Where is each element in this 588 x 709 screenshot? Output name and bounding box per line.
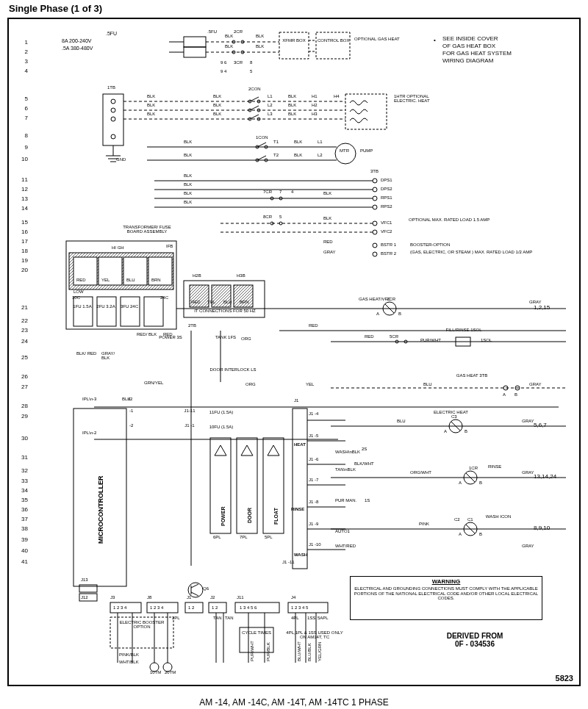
j1-10: J1 -10	[309, 542, 321, 547]
yelgrn-v: YEL/GRN	[318, 642, 322, 661]
control-note: OPTIONAL GAS HEAT	[354, 37, 398, 41]
bstr1note: BOOSTER-OPTION	[410, 242, 450, 247]
blk-11: BLK	[184, 173, 192, 178]
A-30: A	[444, 429, 447, 433]
blkwht-33: BLK/WHT	[354, 461, 374, 466]
B-27: B	[514, 392, 517, 397]
dps2: DPS2	[381, 187, 392, 191]
door-lab: DOOR	[247, 508, 252, 523]
blu-27: BLU	[423, 382, 432, 386]
it-brn: BRN	[240, 300, 249, 304]
purman: PUR MAN.	[335, 498, 362, 503]
j8p: 1 2 3 4	[150, 605, 163, 610]
caption: AM -14, AM -14C, AM -14T, AM -14TC 1 PHA…	[0, 697, 588, 708]
washblk: WASH\nBLK	[335, 450, 362, 454]
iofu: 10FU (1.5A)	[203, 425, 240, 429]
c3-30: C3	[451, 414, 457, 419]
j4: J4	[291, 595, 295, 600]
svg-rect-14	[103, 94, 123, 145]
mtr-label: MTR	[340, 148, 349, 153]
label-8cr: 8CR	[263, 215, 272, 219]
it-yel: YEL	[207, 300, 215, 304]
blk-r7: BLK	[147, 112, 155, 116]
gasheat3tb: GAS HEAT 3TB	[450, 373, 494, 378]
svg-rect-74	[144, 297, 163, 326]
l3-lab: L3	[268, 112, 273, 116]
blk-13: BLK	[184, 191, 192, 195]
sapl: 5APL	[318, 616, 329, 620]
warning-box: WARNING ELECTRICAL AND GROUNDING CONNECT…	[350, 576, 542, 620]
red-24b: RED	[309, 323, 318, 328]
label-5fu2: .5FU	[207, 29, 217, 34]
note-l1: SEE INSIDE COVER	[442, 35, 498, 42]
svg-point-54	[373, 252, 377, 256]
cycletimes: CYCLE TIMES	[241, 630, 272, 635]
svg-line-126	[191, 592, 198, 596]
isol-24: 1SOL	[481, 338, 492, 342]
blk-r6: BLK	[147, 103, 155, 107]
gray-33: GRAY	[522, 470, 534, 475]
blk-r6c: BLK	[288, 103, 296, 107]
gray-41: GRAY	[522, 544, 534, 548]
label-5: 5	[250, 69, 252, 73]
micro-label: MICROCONTROLLER	[97, 476, 104, 544]
derived-l1: DERIVED FROM	[409, 632, 541, 640]
control-box-label: CONTROL BOX	[318, 38, 348, 43]
svg-point-47	[373, 179, 377, 183]
blk-13b: BLK	[323, 191, 331, 195]
grnyel: GRN/YEL	[144, 381, 163, 385]
label-blk2: BLK	[225, 44, 233, 48]
rps1: RPS1	[381, 195, 392, 200]
label-4: 4	[291, 190, 293, 194]
A-38: A	[459, 532, 462, 536]
dps1: DPS1	[381, 178, 392, 182]
bstr2note: (GAS, ELECTRIC, OR STEAM ) MAX. RATED LO…	[410, 250, 557, 254]
svg-point-52	[373, 230, 377, 234]
it-blu: BLU	[223, 300, 232, 304]
yel-27: YEL	[306, 382, 314, 386]
svg-point-17	[111, 117, 115, 121]
ipl3: IPL\n-3	[82, 397, 104, 401]
pink-38: PINK	[419, 522, 429, 526]
l2-lab: L2	[268, 103, 273, 107]
5pl: 5PL	[265, 535, 273, 539]
heat-lab: HEAT	[294, 442, 306, 447]
power-lab: POWER	[220, 507, 226, 526]
is-lab: 1S	[365, 498, 370, 503]
A-33: A	[459, 481, 462, 485]
pinkblk: PINK/BLK	[119, 652, 139, 657]
label-blk4: BLK	[256, 44, 264, 48]
svg-rect-73	[121, 297, 140, 326]
bstr2: BSTR 2	[381, 251, 396, 256]
j12: J12	[81, 595, 88, 600]
blu-30: BLU	[397, 419, 406, 423]
h1-lab: H1	[312, 94, 318, 98]
blk-r6b: BLK	[213, 103, 221, 107]
l2b-lab: L2	[318, 153, 323, 157]
label-7: 7	[279, 190, 282, 194]
l1b-lab: L1	[318, 140, 323, 144]
fb-brn: BRN	[151, 278, 161, 282]
fb-blu: BLU	[126, 278, 135, 282]
A-27: A	[503, 392, 506, 397]
label-1tb: 1TB	[107, 85, 115, 90]
transfuse-label: TRANSFORMER/ FUSE BOARD ASSEMBLY	[118, 225, 176, 234]
blk-r9: BLK	[184, 140, 192, 144]
svg-rect-0	[184, 37, 206, 47]
blk-r5c: BLK	[288, 94, 296, 98]
svg-point-15	[111, 99, 115, 104]
booster: ELECTRIC BOOSTER OPTION	[113, 620, 171, 629]
j1-1b: J1 -1	[176, 423, 203, 428]
label-blk1: BLK	[225, 34, 233, 38]
vfc1: VFC1	[381, 220, 392, 225]
j1-11b: J1-11	[176, 409, 203, 413]
door-interlock: DOOR INTERLOCK LS	[193, 367, 273, 372]
h3-lab: H3	[312, 112, 318, 116]
j1-11: J1 -11	[282, 560, 295, 564]
fb-red: RED	[76, 278, 86, 282]
blk-r7c: BLK	[288, 112, 296, 116]
label-94: 9 4	[220, 69, 226, 73]
tm10: 10TM	[150, 670, 161, 674]
tc24-label: 24C	[160, 295, 168, 300]
rinse-lab: RINSE	[291, 507, 304, 511]
